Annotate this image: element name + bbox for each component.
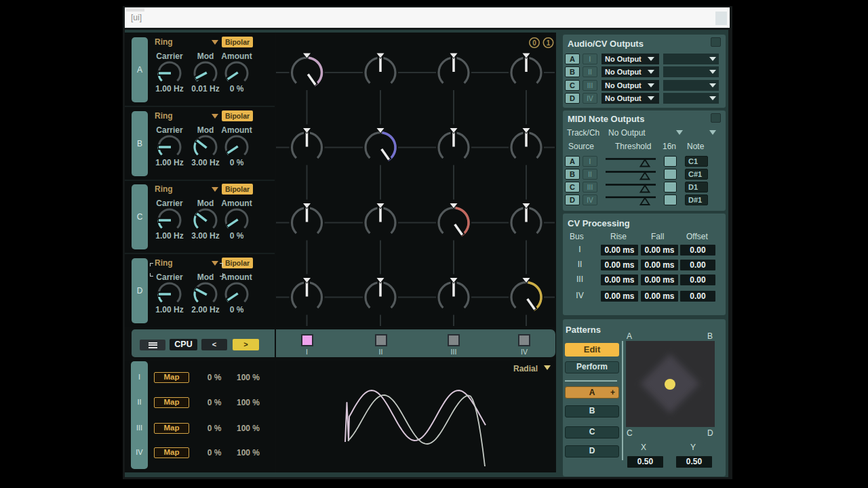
svg-text:1: 1 (547, 39, 551, 47)
svg-text:0: 0 (532, 39, 536, 47)
